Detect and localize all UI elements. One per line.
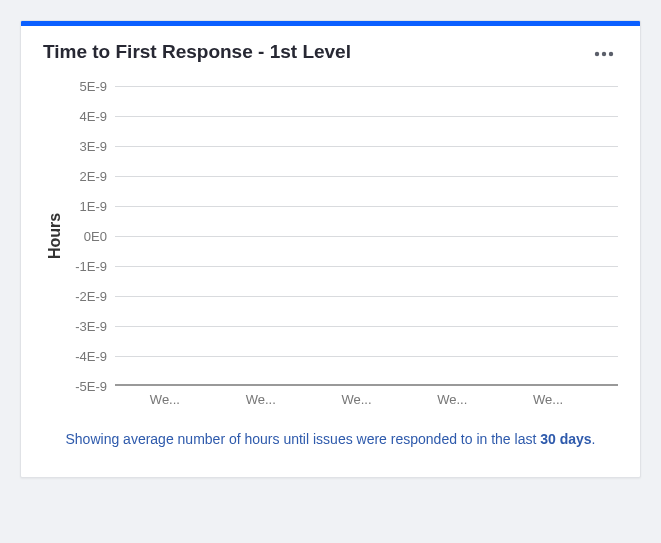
gridline	[115, 86, 618, 87]
svg-point-2	[609, 52, 613, 56]
svg-point-0	[595, 52, 599, 56]
x-tick-row: We... We... We... We... We...	[43, 392, 618, 407]
y-axis-label-text: Hours	[46, 213, 64, 259]
x-tick: We...	[437, 392, 467, 407]
x-tick: We...	[150, 392, 180, 407]
chart-footer: Showing average number of hours until is…	[21, 413, 640, 477]
gridline	[115, 296, 618, 297]
y-axis-label: Hours	[43, 86, 67, 386]
gridline	[115, 236, 618, 237]
chart-inner: Hours 5E-9 4E-9 3E-9 2E-9 1E-9 0E0 -1E-9…	[43, 86, 618, 386]
gridline	[115, 266, 618, 267]
plot-region	[115, 86, 618, 386]
gridline	[115, 326, 618, 327]
card-header: Time to First Response - 1st Level	[21, 26, 640, 72]
card-title: Time to First Response - 1st Level	[43, 41, 351, 63]
footer-text-suffix: .	[592, 431, 596, 447]
more-options-icon[interactable]	[590, 40, 618, 64]
y-tick-column: 5E-9 4E-9 3E-9 2E-9 1E-9 0E0 -1E-9 -2E-9…	[67, 86, 115, 386]
gridline	[115, 146, 618, 147]
x-tick: We...	[246, 392, 276, 407]
x-tick: We...	[533, 392, 563, 407]
chart-area: Hours 5E-9 4E-9 3E-9 2E-9 1E-9 0E0 -1E-9…	[21, 72, 640, 413]
footer-text-prefix: Showing average number of hours until is…	[66, 431, 541, 447]
gridline	[115, 176, 618, 177]
x-tick: We...	[341, 392, 371, 407]
x-axis-line	[115, 384, 618, 386]
gridline	[115, 206, 618, 207]
svg-point-1	[602, 52, 606, 56]
gridline	[115, 356, 618, 357]
footer-text-emphasis: 30 days	[540, 431, 591, 447]
gridline	[115, 116, 618, 117]
chart-card: Time to First Response - 1st Level Hours…	[20, 20, 641, 478]
